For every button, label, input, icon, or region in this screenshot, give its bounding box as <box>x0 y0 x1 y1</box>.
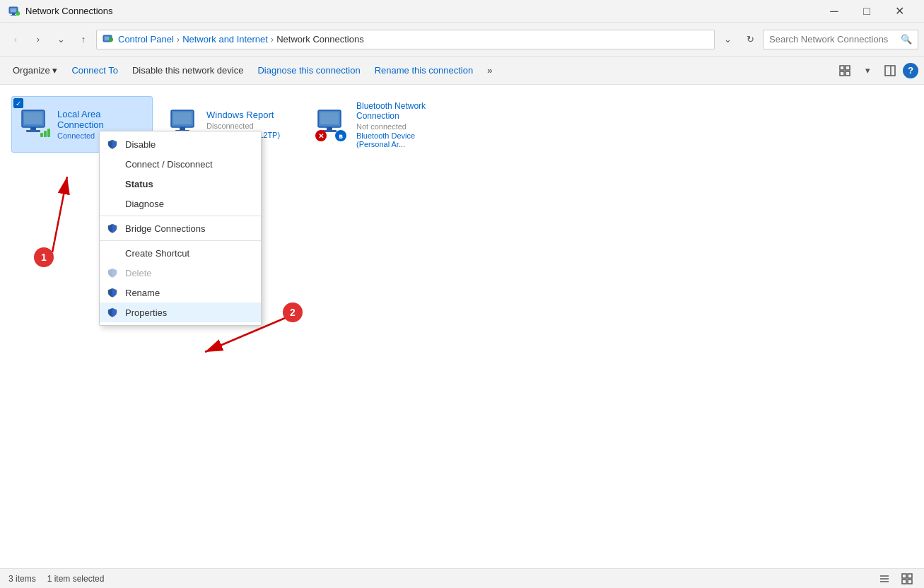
selection-count: 1 item selected <box>47 574 105 584</box>
close-button[interactable]: ✕ <box>883 0 916 23</box>
back-button[interactable]: ‹ <box>6 30 25 49</box>
svg-rect-12 <box>846 66 850 70</box>
shield-icon-delete <box>107 267 118 278</box>
ctx-shortcut[interactable]: Create Shortcut <box>100 243 261 263</box>
svg-rect-22 <box>40 133 43 137</box>
refresh-button[interactable]: ↻ <box>740 30 760 49</box>
change-view-button[interactable] <box>835 61 855 81</box>
svg-rect-47 <box>902 580 906 584</box>
ctx-bridge[interactable]: Bridge Connections <box>100 218 261 238</box>
bluetooth-icon: ✕ ʙ <box>315 107 349 141</box>
window-title: Network Connections <box>25 6 818 16</box>
svg-rect-48 <box>908 580 912 584</box>
svg-rect-26 <box>173 112 192 124</box>
svg-text:✕: ✕ <box>318 132 324 140</box>
ctx-status[interactable]: Status <box>100 174 261 194</box>
svg-rect-9 <box>105 38 107 40</box>
svg-rect-32 <box>320 112 339 124</box>
ctx-rename[interactable]: Rename <box>100 283 261 302</box>
ctx-separator-1 <box>100 216 261 216</box>
breadcrumb-control-panel[interactable]: Control Panel <box>118 34 174 45</box>
svg-text:ʙ: ʙ <box>339 132 343 140</box>
ctx-diagnose[interactable]: Diagnose <box>100 194 261 213</box>
step-badge-1: 1 <box>34 247 54 267</box>
svg-rect-18 <box>24 112 42 124</box>
forward-button[interactable]: › <box>28 30 48 49</box>
minimize-button[interactable]: ─ <box>818 0 850 23</box>
svg-rect-11 <box>840 66 844 70</box>
svg-rect-2 <box>12 13 15 15</box>
local-area-icon <box>16 107 50 141</box>
ctx-delete: Delete <box>100 263 261 283</box>
address-bar: ‹ › ⌄ ↑ Control Panel › Network and Inte… <box>0 23 924 57</box>
shield-icon-properties <box>107 307 118 318</box>
status-bar: 3 items 1 item selected <box>0 568 924 588</box>
disable-button[interactable]: Disable this network device <box>125 59 251 82</box>
window-controls[interactable]: ─ □ ✕ <box>818 0 916 23</box>
svg-rect-13 <box>840 71 844 76</box>
view-dropdown-button[interactable]: ▾ <box>858 61 877 81</box>
bluetooth-type: Bluetooth Device (Personal Ar... <box>356 131 448 148</box>
context-menu: Disable Connect / Disconnect Status Diag… <box>99 131 262 326</box>
help-button[interactable]: ? <box>903 63 918 78</box>
search-box: 🔍 <box>763 30 918 49</box>
bluetooth-text: Bluetooth Network Connection Not connect… <box>356 101 448 148</box>
ctx-disable[interactable]: Disable <box>100 134 261 154</box>
svg-rect-46 <box>908 574 912 578</box>
connect-to-button[interactable]: Connect To <box>64 59 125 82</box>
search-icon: 🔍 <box>901 34 912 45</box>
selection-checkbox: ✓ <box>13 98 23 108</box>
svg-rect-23 <box>44 131 47 137</box>
more-button[interactable]: » <box>480 59 499 82</box>
local-area-name: Local Area Connection <box>57 109 148 130</box>
bluetooth-name: Bluetooth Network Connection <box>356 101 448 121</box>
svg-rect-1 <box>11 8 16 12</box>
svg-rect-21 <box>26 130 40 132</box>
address-path: Control Panel › Network and Internet › N… <box>96 30 715 49</box>
title-bar: Network Connections ─ □ ✕ <box>0 0 924 23</box>
windows-report-status: Disconnected <box>206 122 298 130</box>
svg-rect-5 <box>16 13 18 15</box>
diagnose-button[interactable]: Diagnose this connection <box>250 59 367 82</box>
path-icon <box>103 33 114 46</box>
svg-rect-15 <box>885 66 895 76</box>
svg-rect-45 <box>902 574 906 578</box>
maximize-button[interactable]: □ <box>850 0 883 23</box>
shield-icon-bridge <box>107 223 118 234</box>
large-icon-view-button[interactable] <box>899 570 916 587</box>
app-icon <box>8 6 20 17</box>
status-bar-right <box>876 570 916 587</box>
items-count: 3 items <box>8 574 36 584</box>
address-dropdown-button[interactable]: ⌄ <box>718 30 737 49</box>
svg-rect-3 <box>11 15 16 16</box>
ctx-separator-2 <box>100 240 261 241</box>
svg-rect-6 <box>18 12 20 15</box>
svg-rect-24 <box>47 129 50 137</box>
toolbar-right: ▾ ? <box>835 61 918 81</box>
search-input[interactable] <box>769 34 901 45</box>
list-view-button[interactable] <box>876 570 893 587</box>
step-badge-2: 2 <box>283 302 303 322</box>
ctx-properties[interactable]: Properties <box>100 302 261 322</box>
up-button[interactable]: ↑ <box>74 30 93 49</box>
svg-point-10 <box>109 37 113 42</box>
toolbar: Organize ▾ Connect To Disable this netwo… <box>0 57 924 85</box>
windows-report-name: Windows Report <box>206 110 298 120</box>
organize-button[interactable]: Organize ▾ <box>6 59 64 82</box>
shield-icon <box>107 139 118 150</box>
preview-pane-button[interactable] <box>880 61 900 81</box>
svg-rect-14 <box>846 71 850 76</box>
breadcrumb-current: Network Connections <box>276 34 364 45</box>
dropdown-button[interactable]: ⌄ <box>51 30 71 49</box>
ctx-connect-disconnect[interactable]: Connect / Disconnect <box>100 154 261 174</box>
network-item-bluetooth[interactable]: ✕ ʙ Bluetooth Network Connection Not con… <box>311 96 452 153</box>
breadcrumb-network-internet[interactable]: Network and Internet <box>182 34 268 45</box>
bluetooth-status: Not connected <box>356 122 448 131</box>
rename-button[interactable]: Rename this connection <box>368 59 480 82</box>
shield-icon-rename <box>107 287 118 298</box>
